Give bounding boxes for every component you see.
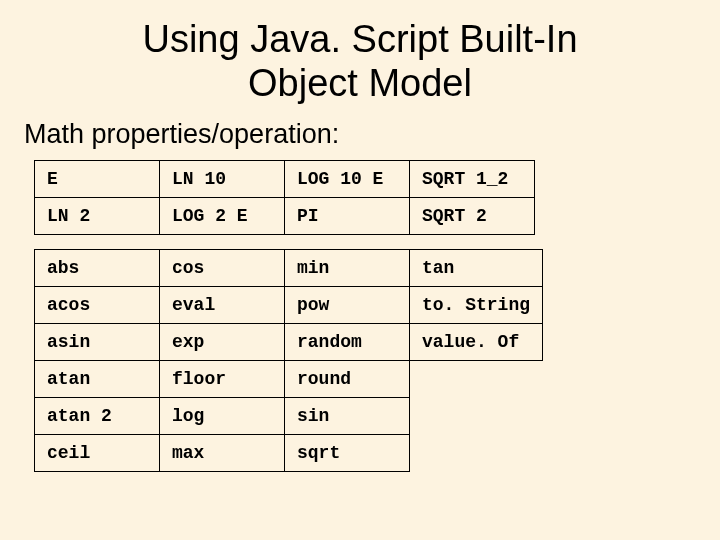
title-line-1: Using Java. Script Built-In [142, 18, 577, 60]
cell: asin [35, 324, 160, 361]
cell: LOG 10 E [285, 161, 410, 198]
slide-title: Using Java. Script Built-In Object Model [20, 18, 700, 105]
cell: log [160, 398, 285, 435]
cell: LN 2 [35, 198, 160, 235]
table-row: atan floor round [35, 361, 543, 398]
empty-cell [410, 398, 543, 435]
table-row: LN 2 LOG 2 E PI SQRT 2 [35, 198, 535, 235]
cell: tan [410, 250, 543, 287]
cell: to. String [410, 287, 543, 324]
cell: E [35, 161, 160, 198]
subheading: Math properties/operation: [24, 119, 700, 150]
cell: SQRT 2 [410, 198, 535, 235]
cell: round [285, 361, 410, 398]
cell: random [285, 324, 410, 361]
properties-table: E LN 10 LOG 10 E SQRT 1_2 LN 2 LOG 2 E P… [34, 160, 535, 235]
table-row: abs cos min tan [35, 250, 543, 287]
empty-cell [410, 435, 543, 472]
slide: Using Java. Script Built-In Object Model… [0, 0, 720, 540]
cell: min [285, 250, 410, 287]
cell: ceil [35, 435, 160, 472]
cell: pow [285, 287, 410, 324]
cell: SQRT 1_2 [410, 161, 535, 198]
cell: floor [160, 361, 285, 398]
cell: PI [285, 198, 410, 235]
cell: LN 10 [160, 161, 285, 198]
cell: atan 2 [35, 398, 160, 435]
table-row: acos eval pow to. String [35, 287, 543, 324]
cell: sqrt [285, 435, 410, 472]
cell: eval [160, 287, 285, 324]
cell: cos [160, 250, 285, 287]
cell: value. Of [410, 324, 543, 361]
table-row: ceil max sqrt [35, 435, 543, 472]
cell: acos [35, 287, 160, 324]
table-row: asin exp random value. Of [35, 324, 543, 361]
empty-cell [410, 361, 543, 398]
cell: LOG 2 E [160, 198, 285, 235]
table-row: atan 2 log sin [35, 398, 543, 435]
cell: max [160, 435, 285, 472]
methods-table: abs cos min tan acos eval pow to. String… [34, 249, 543, 472]
cell: exp [160, 324, 285, 361]
cell: abs [35, 250, 160, 287]
cell: sin [285, 398, 410, 435]
title-line-2: Object Model [248, 62, 472, 104]
table-row: E LN 10 LOG 10 E SQRT 1_2 [35, 161, 535, 198]
cell: atan [35, 361, 160, 398]
